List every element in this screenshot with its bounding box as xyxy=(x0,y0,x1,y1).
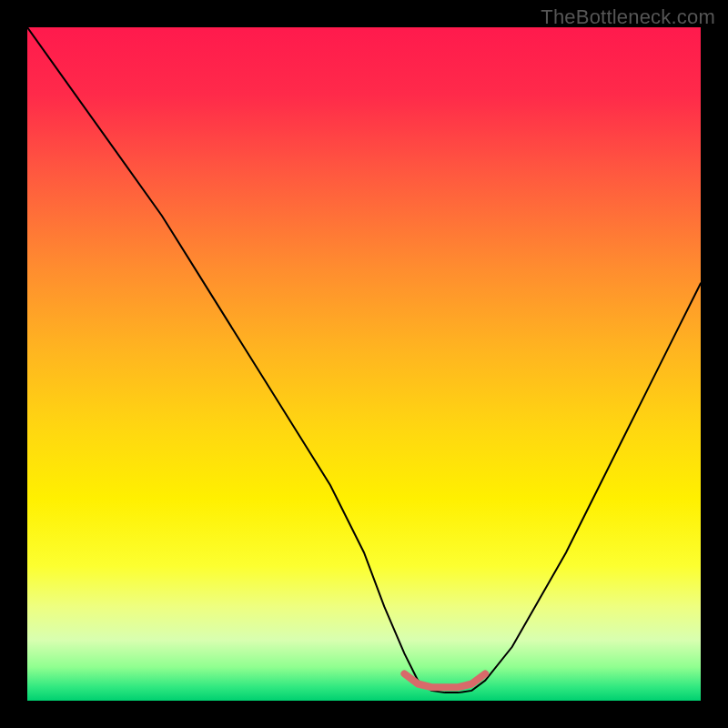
chart-frame: TheBottleneck.com xyxy=(0,0,728,728)
watermark-text: TheBottleneck.com xyxy=(541,5,715,29)
bottleneck-curve xyxy=(27,27,701,693)
curve-layer xyxy=(27,27,701,701)
plot-area xyxy=(27,27,701,701)
